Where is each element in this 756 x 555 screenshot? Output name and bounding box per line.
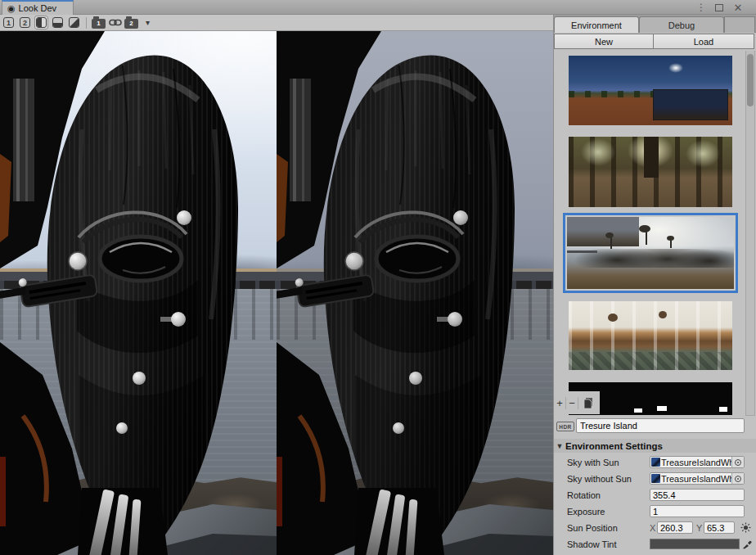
add-hdri-button[interactable]: +: [554, 397, 566, 409]
shadow-tint-swatch[interactable]: [650, 539, 740, 549]
hdri-name-row: HDR: [554, 418, 756, 435]
sky-without-sun-object-field[interactable]: TreasureIslandWh: [650, 472, 745, 485]
split-vertical-icon: [36, 17, 47, 28]
window-menu-icon[interactable]: ⋮: [694, 1, 709, 14]
sun-icon: [740, 522, 751, 533]
sun-glow: [668, 63, 683, 73]
object-picker-icon[interactable]: [731, 472, 744, 485]
camera-1-button[interactable]: 1: [92, 16, 106, 29]
hdri-list-scrollbar[interactable]: [745, 51, 755, 416]
lookdev-toolbar: 1 2 1 2 ▾: [0, 15, 553, 31]
duplicate-icon: [583, 397, 593, 408]
eye-icon: ◉: [7, 4, 16, 13]
sun-position-x-field[interactable]: [657, 521, 693, 534]
single-view-1-button[interactable]: 1: [2, 16, 16, 29]
set-sun-position-button[interactable]: [739, 521, 752, 535]
palm-tree: [667, 236, 674, 241]
tab-debug[interactable]: Debug: [639, 16, 724, 33]
single-view-2-button[interactable]: 2: [18, 16, 32, 29]
hdr-badge: HDR: [556, 422, 574, 431]
camera-dropdown-button[interactable]: ▾: [141, 16, 155, 29]
title-bar: ◉ Look Dev ⋮ ✕: [0, 0, 756, 15]
look-dev-tab[interactable]: ◉ Look Dev: [2, 0, 74, 15]
sky-with-sun-row: Sky with Sun TreasureIslandWh: [554, 455, 756, 469]
rotation-row: Rotation: [554, 488, 756, 502]
cubemap-texture-icon: [651, 458, 660, 467]
section-title: Environment Settings: [565, 441, 663, 451]
marble-floor: [569, 352, 732, 370]
split-horizontal-icon: [52, 17, 63, 28]
object-picker-icon[interactable]: [731, 456, 744, 468]
load-button[interactable]: Load: [653, 34, 754, 49]
hdri-thumbnail-treasure-island[interactable]: [563, 213, 738, 293]
rotation-field[interactable]: [650, 489, 745, 501]
tab-filler: [724, 16, 755, 33]
remove-hdri-button[interactable]: −: [566, 397, 578, 409]
sun-position-y-field[interactable]: [704, 521, 735, 534]
hdri-thumbnail-church[interactable]: [569, 301, 732, 370]
new-button[interactable]: New: [554, 34, 654, 49]
maximize-icon[interactable]: [712, 1, 727, 14]
split-diagonal-icon: [69, 17, 79, 28]
foldout-arrow-icon: ▼: [554, 442, 565, 450]
x-axis-label: X: [650, 523, 655, 533]
robot-head-render-1: [0, 31, 277, 555]
environment-settings-header[interactable]: ▼ Environment Settings: [554, 439, 756, 453]
environment-panel: Environment Debug New Load: [553, 15, 756, 555]
sky-without-sun-inset: [567, 217, 639, 246]
eyedropper-button[interactable]: [740, 538, 754, 551]
cubemap-texture-icon: [651, 474, 660, 483]
shadow-tint-row: Shadow Tint: [554, 537, 756, 551]
palm-tree: [639, 225, 650, 232]
link-icon: [109, 18, 122, 27]
exposure-field[interactable]: [650, 505, 745, 517]
sky-without-sun-inset: [653, 89, 728, 120]
panel-tab-strip: Environment Debug: [554, 15, 756, 33]
eyedropper-icon: [742, 539, 753, 549]
sky-without-sun-row: Sky without Sun TreasureIslandWh: [554, 472, 756, 485]
look-dev-window: ◉ Look Dev ⋮ ✕ 1 2 1 2 ▾: [0, 0, 756, 555]
hdri-thumbnail-forest[interactable]: [569, 137, 732, 207]
chevron-down-icon: ▾: [142, 18, 153, 27]
chandelier: [659, 311, 667, 318]
duplicate-hdri-button[interactable]: [578, 394, 596, 412]
tab-environment[interactable]: Environment: [554, 16, 639, 33]
camera-2-button[interactable]: 2: [124, 16, 138, 29]
scrollbar-thumb[interactable]: [747, 54, 754, 106]
sky-with-sun-object-field[interactable]: TreasureIslandWh: [650, 456, 745, 468]
split-view-button[interactable]: [51, 16, 65, 29]
camera-2-icon: 2: [124, 19, 138, 29]
pier-silhouette: [567, 250, 597, 253]
camera-1-icon: 1: [92, 19, 106, 29]
window-title: Look Dev: [19, 3, 56, 13]
y-axis-label: Y: [696, 523, 702, 533]
hdri-name-field[interactable]: [576, 418, 745, 433]
lookdev-viewport: [0, 31, 553, 555]
tree-trunk: [644, 137, 659, 178]
toolbar-separator: [86, 17, 87, 29]
lookdev-view-1[interactable]: [0, 31, 277, 555]
view-2-icon: 2: [20, 17, 30, 28]
chandelier: [608, 314, 618, 322]
hdri-list-actions: + −: [554, 391, 600, 414]
link-cameras-button[interactable]: [108, 16, 122, 29]
view-1-icon: 1: [3, 17, 14, 28]
zone-split-button[interactable]: [67, 16, 81, 29]
close-icon[interactable]: ✕: [731, 1, 745, 14]
sun-position-row: Sun Position X Y: [554, 521, 756, 535]
side-by-side-button[interactable]: [34, 16, 48, 29]
hdri-thumbnail-desert[interactable]: [569, 56, 732, 125]
lookdev-view-2[interactable]: [277, 31, 553, 555]
robot-head-render-2: [277, 31, 553, 555]
exposure-row: Exposure: [554, 504, 756, 518]
